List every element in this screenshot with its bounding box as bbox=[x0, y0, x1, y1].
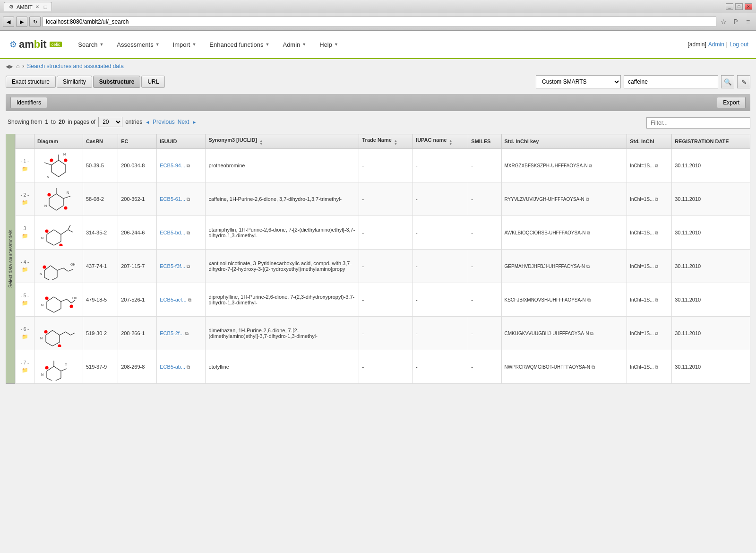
i5uuid-link[interactable]: ECB5-ab... bbox=[160, 364, 185, 370]
copy-icon[interactable]: ⧉ bbox=[185, 331, 189, 337]
exact-structure-button[interactable]: Exact structure bbox=[6, 76, 56, 88]
nav-help[interactable]: Help ▼ bbox=[313, 30, 345, 59]
i5uuid-link[interactable]: ECB5-94... bbox=[160, 163, 185, 168]
substructure-button[interactable]: Substructure bbox=[93, 76, 141, 88]
entries-per-page-select[interactable]: 20 50 100 bbox=[98, 117, 122, 127]
folder-icon[interactable]: 📁 bbox=[18, 367, 31, 373]
copy-icon[interactable]: ⧉ bbox=[655, 297, 658, 303]
nav-assessments-label: Assessments bbox=[117, 41, 153, 48]
copy-icon[interactable]: ⧉ bbox=[187, 163, 190, 169]
reg-date-cell: 30.11.2010 bbox=[672, 216, 750, 250]
copy-icon[interactable]: ⧉ bbox=[655, 163, 658, 169]
copy-icon[interactable]: ⧉ bbox=[655, 364, 658, 370]
copy-icon[interactable]: ⧉ bbox=[187, 364, 190, 370]
svg-line-76 bbox=[54, 378, 61, 380]
search-edit-button[interactable]: ✎ bbox=[737, 75, 750, 88]
nav-enhanced-functions[interactable]: Enhanced functions ▼ bbox=[203, 30, 276, 59]
refresh-button[interactable]: ↻ bbox=[29, 17, 41, 27]
i5uuid-link[interactable]: ECB5-61... bbox=[160, 196, 185, 202]
svg-point-9 bbox=[64, 159, 67, 162]
copy-icon[interactable]: ⧉ bbox=[655, 264, 658, 269]
side-tab-label[interactable]: Select data sources/models bbox=[7, 226, 14, 292]
separator: | bbox=[726, 41, 728, 48]
admin-link[interactable]: Admin bbox=[708, 41, 724, 48]
next-page-link[interactable]: Next bbox=[178, 119, 189, 125]
synonym-sort-arrows[interactable]: ▲▼ bbox=[259, 139, 263, 146]
copy-icon[interactable]: ⧉ bbox=[587, 297, 591, 303]
bookmark-star-icon[interactable]: ☆ bbox=[718, 17, 729, 27]
new-tab-btn[interactable]: □ bbox=[44, 4, 47, 10]
export-button[interactable]: Export bbox=[717, 97, 746, 108]
tab-close-btn[interactable]: ✕ bbox=[35, 4, 39, 9]
maximize-btn[interactable]: □ bbox=[735, 3, 743, 10]
similarity-button[interactable]: Similarity bbox=[57, 76, 92, 88]
folder-icon[interactable]: 📁 bbox=[18, 199, 31, 206]
copy-icon[interactable]: ⧉ bbox=[187, 197, 190, 202]
svg-line-43 bbox=[63, 268, 68, 271]
nav-import[interactable]: Import ▼ bbox=[166, 30, 203, 59]
address-bar[interactable] bbox=[43, 17, 716, 27]
i5uuid-link[interactable]: ECB5-bd... bbox=[160, 230, 185, 235]
previous-page-link[interactable]: Previous bbox=[153, 119, 175, 125]
svg-line-74 bbox=[54, 366, 61, 371]
folder-icon[interactable]: 📁 bbox=[18, 267, 31, 273]
svg-point-21 bbox=[64, 207, 67, 209]
filter-input[interactable] bbox=[646, 117, 750, 129]
results-table: Diagram CasRN EC I5UUID Synonym3 [IUCLID… bbox=[15, 134, 750, 384]
copy-icon[interactable]: ⧉ bbox=[592, 364, 595, 370]
i5uuid-link[interactable]: ECB5-2f... bbox=[160, 330, 184, 336]
close-btn[interactable]: ✕ bbox=[745, 3, 752, 10]
folder-icon[interactable]: 📁 bbox=[18, 233, 31, 239]
i5uuid-link[interactable]: ECB5-f3f... bbox=[160, 263, 185, 269]
folder-icon[interactable]: 📁 bbox=[18, 334, 31, 340]
copy-icon[interactable]: ⧉ bbox=[586, 197, 589, 202]
svg-line-52 bbox=[47, 309, 54, 312]
smiles-cell: - bbox=[468, 182, 501, 216]
inchi-cell: InChI=1S... ⧉ bbox=[627, 283, 672, 317]
breadcrumb-link[interactable]: Search structures and associated data bbox=[27, 63, 124, 69]
minimize-btn[interactable]: _ bbox=[726, 3, 733, 10]
profile-icon[interactable]: P bbox=[730, 17, 741, 27]
reg-date-cell: 30.11.2010 bbox=[672, 350, 750, 384]
inchi-key-cell: AWKLBIOQCIORSB-UHFFFAOYSA-N ⧉ bbox=[501, 216, 627, 250]
table-row: - 3 - 📁 N 314-35-2 206-244-6 ECB5-bd... … bbox=[16, 216, 750, 250]
col-ec: EC bbox=[118, 134, 157, 149]
copy-icon[interactable]: ⧉ bbox=[655, 230, 658, 236]
i5uuid-link[interactable]: ECB5-acf... bbox=[160, 297, 186, 302]
nav-assessments[interactable]: Assessments ▼ bbox=[110, 30, 166, 59]
url-button[interactable]: URL bbox=[141, 76, 165, 88]
nav-import-arrow: ▼ bbox=[192, 42, 196, 47]
copy-icon[interactable]: ⧉ bbox=[655, 331, 658, 337]
col-iupac: IUPAC name ▲▼ bbox=[413, 134, 468, 149]
user-area: [admin] Admin | Log out bbox=[680, 41, 756, 48]
ec-cell: 207-526-1 bbox=[118, 283, 157, 317]
copy-icon[interactable]: ⧉ bbox=[586, 264, 590, 269]
search-value-input[interactable] bbox=[624, 75, 718, 88]
home-icon[interactable]: ⌂ bbox=[16, 63, 19, 69]
search-type-select[interactable]: Custom SMARTS SMILES InChI Name bbox=[536, 75, 621, 88]
trade-sort-arrows[interactable]: ▲▼ bbox=[394, 139, 397, 146]
copy-icon[interactable]: ⧉ bbox=[187, 264, 190, 269]
row-number: - 5 - bbox=[18, 293, 31, 298]
copy-icon[interactable]: ⧉ bbox=[188, 297, 191, 303]
extensions-icon[interactable]: ≡ bbox=[743, 17, 753, 27]
copy-icon[interactable]: ⧉ bbox=[655, 197, 658, 202]
back-button[interactable]: ◀ bbox=[3, 17, 14, 27]
nav-admin[interactable]: Admin ▼ bbox=[276, 30, 313, 59]
copy-icon[interactable]: ⧉ bbox=[589, 163, 592, 169]
identifiers-button[interactable]: Identifiers bbox=[10, 97, 47, 108]
folder-icon[interactable]: 📁 bbox=[18, 166, 31, 172]
gear-icon: ⚙ bbox=[9, 39, 17, 50]
forward-button[interactable]: ▶ bbox=[16, 17, 27, 27]
svg-line-68 bbox=[66, 332, 70, 335]
copy-icon[interactable]: ⧉ bbox=[590, 331, 593, 337]
copy-icon[interactable]: ⧉ bbox=[187, 230, 190, 236]
copy-icon[interactable]: ⧉ bbox=[587, 230, 590, 236]
iupac-sort-arrows[interactable]: ▲▼ bbox=[449, 139, 452, 146]
search-go-button[interactable]: 🔍 bbox=[721, 75, 734, 88]
logout-link[interactable]: Log out bbox=[730, 41, 748, 48]
folder-icon[interactable]: 📁 bbox=[18, 300, 31, 306]
nav-search[interactable]: Search ▼ bbox=[71, 30, 110, 59]
pencil-icon: ✎ bbox=[741, 78, 747, 86]
svg-text:OH: OH bbox=[70, 263, 76, 266]
